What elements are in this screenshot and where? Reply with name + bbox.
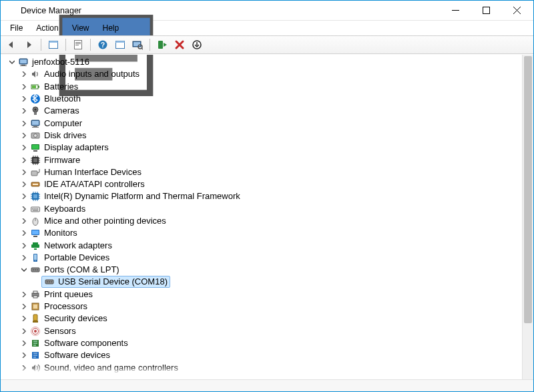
menubar: File Action View Help	[1, 21, 533, 35]
menu-view[interactable]: View	[65, 21, 96, 35]
uninstall-device-button[interactable]	[172, 37, 188, 52]
mouse-icon	[30, 216, 41, 226]
tree-item[interactable]: Cameras	[3, 105, 522, 117]
expand-icon[interactable]	[19, 314, 29, 323]
expand-icon[interactable]	[19, 106, 29, 116]
port-icon	[44, 276, 55, 287]
tree-item[interactable]: IDE ATA/ATAPI controllers	[3, 178, 522, 190]
titlebar: Device Manager	[1, 1, 533, 21]
action-pane-button[interactable]	[112, 37, 128, 52]
tree-item[interactable]: Network adapters	[3, 239, 522, 251]
vertical-scrollbar[interactable]	[522, 55, 533, 379]
tree-item[interactable]: Software components	[3, 337, 522, 349]
expand-icon[interactable]	[19, 216, 29, 226]
tree-item-label: Disk drives	[44, 130, 87, 142]
tree-item[interactable]: Keyboards	[3, 203, 522, 215]
back-button[interactable]	[3, 37, 19, 52]
tree-item[interactable]: Ports (COM & LPT)	[3, 264, 522, 276]
tree-item[interactable]: Processors	[3, 301, 522, 313]
expand-icon[interactable]	[19, 241, 29, 250]
tree-item-label: Sensors	[44, 325, 76, 337]
forward-button[interactable]	[21, 37, 37, 52]
menu-help[interactable]: Help	[96, 21, 126, 35]
window-controls	[440, 1, 532, 21]
menu-file[interactable]: File	[3, 21, 29, 35]
tree-item[interactable]: Audio inputs and outputs	[3, 68, 522, 80]
tree-item[interactable]: Computer	[3, 117, 522, 129]
expand-icon[interactable]	[19, 69, 29, 79]
expand-icon[interactable]	[19, 327, 29, 336]
expand-icon[interactable]	[19, 204, 29, 214]
device-tree[interactable]: jenfoxbot-5116Audio inputs and outputsBa…	[1, 55, 522, 379]
expand-icon[interactable]	[19, 180, 29, 189]
tree-item-label: Intel(R) Dynamic Platform and Thermal Fr…	[44, 190, 240, 202]
tree-item[interactable]: Intel(R) Dynamic Platform and Thermal Fr…	[3, 190, 522, 202]
tree-item-label: Processors	[44, 301, 87, 313]
tree-item-label: Computer	[44, 118, 82, 130]
expand-icon[interactable]	[19, 192, 29, 201]
scan-hardware-button[interactable]	[129, 37, 146, 52]
tree-item[interactable]: Batteries	[3, 81, 522, 93]
tree-item[interactable]: Mice and other pointing devices	[3, 215, 522, 227]
expand-icon[interactable]	[19, 253, 29, 262]
tree-item[interactable]: Monitors	[3, 227, 522, 239]
port-icon	[30, 264, 41, 275]
expand-icon[interactable]	[19, 94, 29, 104]
cpu-icon	[30, 301, 41, 312]
expand-icon[interactable]	[19, 302, 29, 311]
close-button[interactable]	[501, 1, 532, 21]
tree-item-label: Cameras	[44, 105, 79, 117]
tree-item[interactable]: Portable Devices	[3, 252, 522, 264]
expand-icon[interactable]	[19, 363, 29, 373]
expand-icon[interactable]	[19, 168, 29, 177]
tree-item-label: USB Serial Device (COM18)	[58, 276, 168, 288]
tree-item[interactable]: Firmware	[3, 154, 522, 166]
app-icon	[6, 5, 17, 16]
collapse-icon[interactable]	[7, 57, 17, 67]
tree-item-label: Keyboards	[44, 203, 85, 215]
expand-icon[interactable]	[19, 131, 29, 140]
tree-item[interactable]: Bluetooth	[3, 93, 522, 105]
window-title: Device Manager	[21, 6, 440, 15]
tree-item-label: Software components	[44, 337, 128, 349]
enable-device-button[interactable]	[154, 37, 170, 52]
expand-icon[interactable]	[19, 119, 29, 128]
tree-item[interactable]: Sensors	[3, 325, 522, 337]
menu-action[interactable]: Action	[29, 21, 65, 35]
tree-item[interactable]: Sound, video and game controllers	[3, 361, 522, 373]
printer-icon	[30, 289, 41, 300]
expand-icon[interactable]	[19, 339, 29, 348]
tree-item[interactable]: Print queues	[3, 288, 522, 301]
update-driver-button[interactable]	[189, 37, 205, 52]
expand-icon[interactable]	[19, 82, 29, 91]
tree-item[interactable]: Software devices	[3, 349, 522, 361]
collapse-icon[interactable]	[19, 265, 29, 274]
properties-button[interactable]	[70, 37, 86, 52]
tree-item-label: jenfoxbot-5116	[32, 56, 89, 68]
tree-item[interactable]: USB Serial Device (COM18)	[3, 276, 522, 288]
svg-rect-75	[483, 7, 489, 14]
display-icon	[30, 142, 41, 153]
computer-icon	[18, 57, 29, 67]
device-manager-window: Device Manager File Action View Help jen…	[0, 0, 534, 392]
tree-item[interactable]: Security devices	[3, 313, 522, 325]
minimize-button[interactable]	[440, 1, 471, 21]
expand-icon[interactable]	[19, 156, 29, 165]
statusbar	[1, 379, 533, 391]
expand-icon[interactable]	[19, 351, 29, 360]
tree-item[interactable]: jenfoxbot-5116	[3, 56, 522, 68]
portable-icon	[30, 252, 41, 263]
show-hide-tree-button[interactable]	[45, 37, 61, 52]
maximize-button[interactable]	[471, 1, 501, 21]
tree-item-label: Ports (COM & LPT)	[44, 264, 119, 276]
speaker-icon	[30, 69, 41, 79]
help-button[interactable]	[95, 37, 111, 52]
expand-icon[interactable]	[19, 290, 29, 299]
tree-item[interactable]: Display adapters	[3, 142, 522, 154]
expand-icon[interactable]	[19, 228, 29, 238]
network-icon	[30, 240, 41, 251]
expand-icon[interactable]	[19, 143, 29, 152]
tree-item[interactable]: Human Interface Devices	[3, 166, 522, 178]
tree-item[interactable]: Disk drives	[3, 130, 522, 142]
scrollbar-thumb[interactable]	[524, 56, 532, 323]
